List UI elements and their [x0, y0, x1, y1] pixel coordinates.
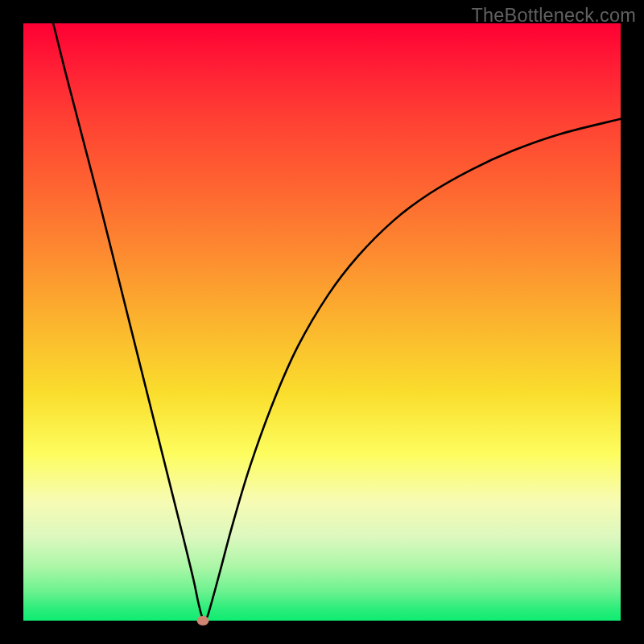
watermark-text: TheBottleneck.com	[471, 5, 636, 27]
chart-frame	[0, 0, 644, 644]
optimal-point-marker	[196, 616, 208, 625]
curve-layer	[23, 23, 621, 621]
bottleneck-curve	[53, 23, 621, 620]
